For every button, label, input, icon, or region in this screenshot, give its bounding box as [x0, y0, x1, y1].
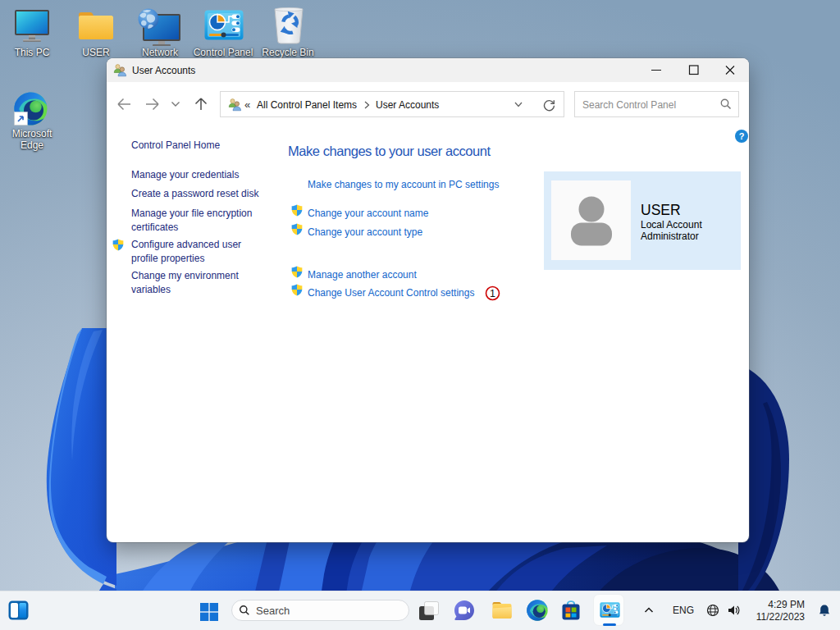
svg-text:1: 1: [490, 288, 495, 299]
svg-text:?: ?: [739, 131, 745, 141]
